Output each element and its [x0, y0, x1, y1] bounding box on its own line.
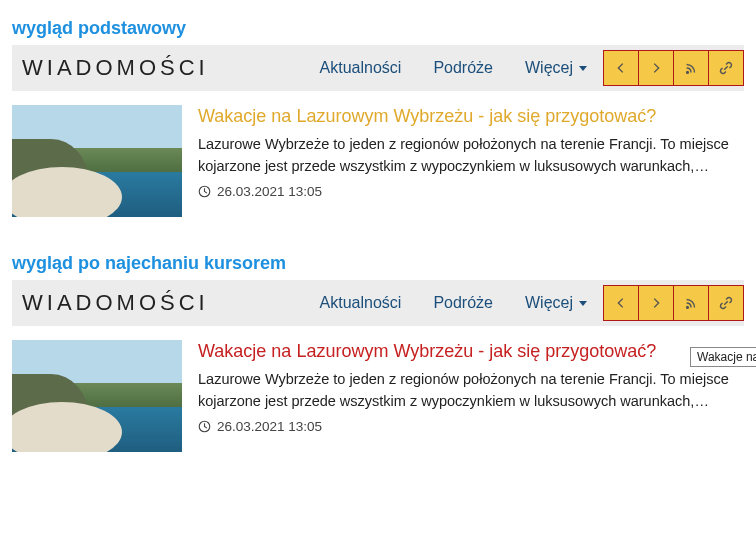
nav-wiecej[interactable]: Więcej — [509, 280, 603, 326]
prev-button[interactable] — [603, 285, 639, 321]
article-content: Wakacje na Lazurowym Wybrzeżu - jak się … — [198, 105, 744, 217]
article-thumbnail[interactable] — [12, 105, 182, 217]
nav-wiecej-label: Więcej — [525, 59, 573, 77]
rss-button[interactable] — [673, 50, 709, 86]
chevron-left-icon — [614, 61, 628, 75]
link-icon — [719, 61, 733, 75]
rss-icon — [684, 296, 698, 310]
next-button[interactable] — [638, 50, 674, 86]
iconbar — [603, 45, 744, 91]
prev-button[interactable] — [603, 50, 639, 86]
nav: Aktualności Podróże Więcej — [304, 280, 744, 326]
article-date: 26.03.2021 13:05 — [217, 184, 322, 199]
variant-default: wygląd podstawowy WIADOMOŚCI Aktualności… — [12, 18, 744, 217]
article-excerpt: Lazurowe Wybrzeże to jeden z regionów po… — [198, 134, 744, 178]
nav-wiecej-label: Więcej — [525, 294, 573, 312]
permalink-button[interactable] — [708, 50, 744, 86]
header-bar: WIADOMOŚCI Aktualności Podróże Więcej — [12, 280, 744, 326]
chevron-right-icon — [649, 61, 663, 75]
iconbar — [603, 280, 744, 326]
nav-aktualnosci[interactable]: Aktualności — [304, 45, 418, 91]
state-label: wygląd po najechaniu kursorem — [12, 253, 744, 274]
article-card: Wakacje na Lazurowym Wybrzeżu - jak się … — [12, 326, 744, 452]
brand: WIADOMOŚCI — [20, 55, 209, 81]
variant-hover: wygląd po najechaniu kursorem WIADOMOŚCI… — [12, 253, 744, 452]
nav: Aktualności Podróże Więcej — [304, 45, 744, 91]
next-button[interactable] — [638, 285, 674, 321]
article-date: 26.03.2021 13:05 — [217, 419, 322, 434]
rss-button[interactable] — [673, 285, 709, 321]
article-title[interactable]: Wakacje na Lazurowym Wybrzeżu - jak się … — [198, 340, 744, 363]
article-meta: 26.03.2021 13:05 — [198, 419, 744, 434]
article-thumbnail[interactable] — [12, 340, 182, 452]
header-bar: WIADOMOŚCI Aktualności Podróże Więcej — [12, 45, 744, 91]
chevron-right-icon — [649, 296, 663, 310]
article-meta: 26.03.2021 13:05 — [198, 184, 744, 199]
brand: WIADOMOŚCI — [20, 290, 209, 316]
nav-podroze[interactable]: Podróże — [417, 280, 509, 326]
tooltip: Wakacje na Lazurov — [690, 347, 756, 367]
state-label: wygląd podstawowy — [12, 18, 744, 39]
nav-podroze[interactable]: Podróże — [417, 45, 509, 91]
rss-icon — [684, 61, 698, 75]
clock-icon — [198, 185, 211, 198]
article-content: Wakacje na Lazurowym Wybrzeżu - jak się … — [198, 340, 744, 452]
article-card: Wakacje na Lazurowym Wybrzeżu - jak się … — [12, 91, 744, 217]
chevron-down-icon — [579, 301, 587, 306]
nav-aktualnosci[interactable]: Aktualności — [304, 280, 418, 326]
permalink-button[interactable] — [708, 285, 744, 321]
article-title[interactable]: Wakacje na Lazurowym Wybrzeżu - jak się … — [198, 105, 744, 128]
link-icon — [719, 296, 733, 310]
nav-wiecej[interactable]: Więcej — [509, 45, 603, 91]
chevron-down-icon — [579, 66, 587, 71]
article-excerpt: Lazurowe Wybrzeże to jeden z regionów po… — [198, 369, 744, 413]
chevron-left-icon — [614, 296, 628, 310]
clock-icon — [198, 420, 211, 433]
